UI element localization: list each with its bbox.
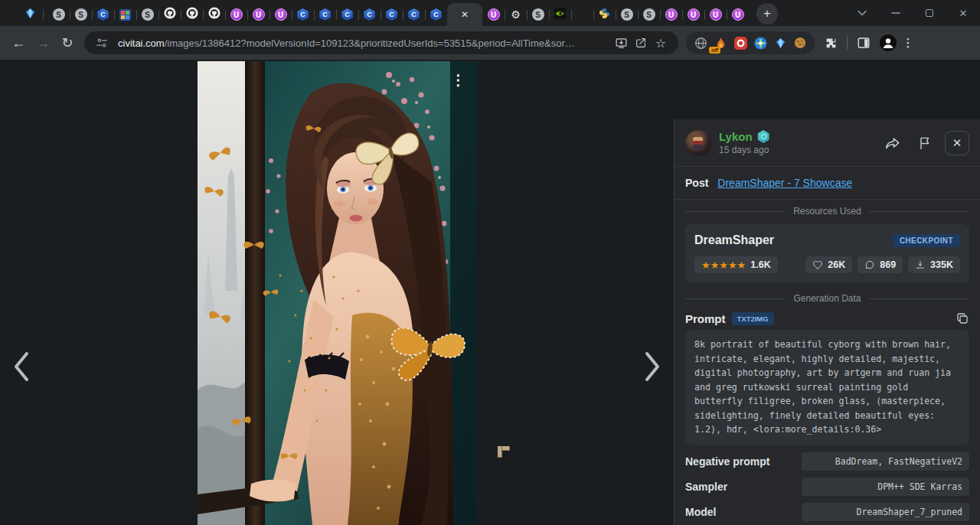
browser-menu-kebab-icon[interactable]: ⋮ (898, 33, 918, 53)
toolbar-separator (847, 36, 848, 50)
tab-s[interactable]: S (136, 3, 158, 26)
downloads-pill[interactable]: 335K (908, 256, 960, 273)
tab-store[interactable] (114, 3, 136, 26)
u-favicon-icon: U (275, 8, 287, 21)
tab-gear[interactable]: ⚙ (505, 3, 527, 26)
copy-prompt-button[interactable] (956, 311, 969, 325)
back-button[interactable]: ← (6, 31, 31, 55)
close-panel-button[interactable]: ✕ (945, 131, 969, 155)
minimize-button[interactable] (879, 0, 913, 26)
side-panel-icon[interactable] (854, 33, 874, 53)
extensions-puzzle-icon[interactable] (821, 33, 841, 53)
tab-civitai[interactable]: C (425, 3, 447, 26)
tab-civitai[interactable]: C (403, 3, 425, 26)
install-app-icon[interactable] (611, 33, 631, 53)
extension-cookie-icon[interactable] (790, 33, 810, 53)
likes-pill[interactable]: 26K (805, 256, 852, 273)
share-post-button[interactable] (880, 131, 905, 155)
gem-favicon-icon (24, 8, 36, 22)
post-label: Post (685, 177, 708, 189)
s-favicon-icon: S (142, 8, 154, 21)
generation-divider-label: Generation Data (793, 293, 861, 304)
extension-flame-icon[interactable]: off (710, 33, 730, 53)
address-bar[interactable]: civitai.com/images/1386412?modelVersionI… (84, 31, 678, 54)
tab-u[interactable]: U (660, 3, 682, 26)
civitai-favicon-icon: C (319, 8, 332, 21)
tab-civitai[interactable]: C (292, 3, 314, 26)
tab-github[interactable] (181, 3, 203, 26)
rating-pill[interactable]: ★★★★★ 1.6K (694, 256, 778, 273)
post-link[interactable]: DreamShaper - 7 Showcase (717, 177, 852, 189)
forward-icon: → (36, 35, 50, 51)
tab-s[interactable]: S (638, 3, 660, 26)
s-favicon-icon: S (53, 8, 65, 21)
browser-tab-strip: SSCSUUUCCCCCCC✕U⚙SSSUUUU + ✕ (0, 0, 980, 26)
comments-pill[interactable]: 869 (858, 256, 903, 273)
tab-nvidia[interactable] (549, 3, 571, 26)
page-content: ⋮ Lykon 15 days ago ✕ (0, 60, 980, 525)
tab-u[interactable]: U (704, 3, 727, 26)
resource-stats: ★★★★★ 1.6K 26K 869 335K (694, 256, 960, 273)
tab-close-icon[interactable]: ✕ (461, 10, 469, 19)
tab-u[interactable]: U (225, 3, 247, 26)
extension-sphere-icon[interactable] (750, 33, 770, 53)
tab-s[interactable]: S (616, 3, 638, 26)
tab-civitai[interactable]: C (358, 3, 381, 26)
artwork-image[interactable]: ⋮ (198, 61, 476, 525)
username-link[interactable]: Lykon (719, 130, 753, 143)
extensions-shelf: off (686, 31, 815, 54)
tab-u[interactable]: U (270, 3, 292, 26)
tab-list: SSCSUUUCCCCCCC✕U⚙SSSUUUU (0, 0, 749, 26)
tab-s[interactable]: S (527, 3, 549, 26)
tab-active[interactable]: ✕ (447, 3, 482, 26)
image-options-kebab-icon[interactable]: ⋮ (451, 73, 466, 86)
reload-button[interactable]: ↻ (55, 31, 80, 55)
txt2img-badge[interactable]: TXT2IMG (732, 312, 774, 325)
prompt-text: 8k portrait of beautiful cyborg with bro… (685, 330, 969, 445)
tab-u[interactable]: U (682, 3, 704, 26)
tab-shards[interactable] (571, 3, 593, 26)
report-flag-button[interactable] (913, 131, 937, 155)
comments-count: 869 (880, 259, 896, 270)
tab-s[interactable]: S (47, 3, 70, 26)
next-image-button[interactable] (635, 347, 669, 386)
u-favicon-icon: U (488, 8, 500, 21)
restore-button[interactable] (913, 0, 946, 26)
extension-gem-icon[interactable] (770, 33, 790, 53)
u-favicon-icon: U (230, 8, 243, 21)
new-tab-button[interactable]: + (756, 3, 778, 24)
detail-sidebar: Lykon 15 days ago ✕ Post DreamShaper - 7… (674, 119, 980, 525)
extension-globe-icon[interactable] (691, 33, 710, 53)
python-favicon-icon (599, 8, 610, 22)
tab-python[interactable] (593, 3, 616, 26)
user-avatar[interactable] (685, 130, 711, 156)
tab-search-chevron-icon[interactable] (845, 0, 879, 26)
site-info-icon[interactable] (92, 33, 112, 53)
tab-s[interactable]: S (70, 3, 92, 26)
extension-red-icon[interactable] (730, 33, 750, 53)
share-icon[interactable] (631, 33, 651, 53)
previous-image-button[interactable] (5, 347, 38, 386)
header-actions: ✕ (880, 131, 969, 155)
tab-u[interactable]: U (727, 3, 749, 26)
field-model: Model DreamShaper_7_pruned (685, 503, 969, 521)
profile-avatar-icon[interactable] (878, 33, 898, 53)
tab-civitai[interactable]: C (381, 3, 403, 26)
tab-u[interactable]: U (247, 3, 270, 26)
civitai-favicon-icon: C (408, 8, 420, 21)
resource-name[interactable]: DreamShaper (694, 233, 774, 247)
tab-civitai[interactable]: C (336, 3, 358, 26)
tab-github[interactable] (203, 3, 225, 26)
bookmark-star-icon[interactable]: ☆ (651, 33, 671, 53)
field-label: Model (685, 506, 794, 518)
rating-count: 1.6K (750, 259, 770, 270)
window-close-button[interactable]: ✕ (946, 0, 980, 26)
tab-civitai[interactable]: C (314, 3, 336, 26)
checkpoint-badge[interactable]: CHECKPOINT (893, 234, 960, 247)
tab-gem[interactable] (17, 3, 43, 26)
tab-github[interactable] (158, 3, 181, 26)
generation-fields: Negative prompt BadDream, FastNegativeV2… (675, 445, 980, 525)
forward-button[interactable]: → (31, 31, 55, 55)
tab-u[interactable]: U (482, 3, 505, 26)
tab-civitai[interactable]: C (92, 3, 114, 26)
